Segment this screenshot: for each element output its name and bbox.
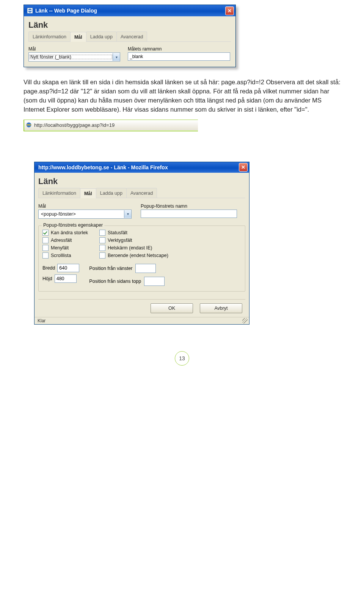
checkbox-row[interactable]: Scrolllista [42,252,88,259]
group-title: Popup-fönstrets egenskaper [42,222,104,228]
dialog-heading: Länk [38,177,245,186]
checkbox-row[interactable]: Beroende (endest Netscape) [99,252,168,259]
target-select[interactable]: Nytt fönster (_blank) ▾ [28,52,120,62]
checkbox-label: Beroende (endest Netscape) [108,253,168,258]
tab-advanced[interactable]: Avancerad [116,32,147,41]
checkbox[interactable] [42,252,49,259]
status-text: Klar [38,318,46,323]
height-label: Höjd [42,276,52,281]
popup-name-label: Popup-fönstrets namn [141,203,237,209]
tab-target[interactable]: Mål [80,188,96,198]
pos-left-label: Position från vänster [89,266,132,271]
tab-linkinfo[interactable]: Länkinformation [28,32,71,41]
cancel-button[interactable]: Avbryt [200,303,242,313]
pos-left-input[interactable] [135,264,156,273]
popup-name-input[interactable] [141,210,237,218]
popup-properties-group: Popup-fönstrets egenskaper Kan ändra sto… [38,226,245,292]
tabs: Länkinformation Mål Ladda upp Avancerad [38,188,245,198]
checkbox-label: Adressfält [51,238,72,243]
link-dialog-ie: Länk -- Web Page Dialog ✕ Länk Länkinfor… [24,5,236,67]
tab-upload[interactable]: Ladda upp [86,32,117,41]
checkbox[interactable] [99,230,105,236]
checkbox[interactable] [99,237,105,243]
checkbox-label: Verktygsfält [108,238,132,243]
checkbox-row[interactable]: Verktygsfält [99,237,168,243]
height-input[interactable] [55,274,77,283]
link-dialog-firefox: http://www.loddbybetong.se - Länk - Mozi… [34,162,249,325]
target-label: Mål [28,46,120,52]
page-number: 13 [175,351,189,366]
ie-page-icon [27,8,33,14]
browser-statusbar: http://localhost/bygg/page.asp?id=19 [24,120,198,131]
instruction-paragraph: Vill du skapa en länk till en sida i din… [24,78,340,114]
window-title: Länk -- Web Page Dialog [35,8,225,14]
target-frame-input[interactable] [128,52,230,61]
target-frame-label: Målets ramnamn [128,46,230,52]
tab-advanced[interactable]: Avancerad [126,188,157,198]
width-input[interactable] [57,264,79,272]
ie-icon [26,122,32,128]
button-bar: OK Avbryt [38,299,245,317]
tab-target[interactable]: Mål [70,32,86,42]
ok-button[interactable]: OK [151,303,193,313]
checkbox[interactable] [42,237,49,243]
target-label: Mål [38,203,132,209]
checkbox-row[interactable]: Helskärm (endast IE) [99,245,168,251]
checkbox-label: Helskärm (endast IE) [108,245,152,251]
titlebar[interactable]: Länk -- Web Page Dialog ✕ [24,5,235,16]
close-button[interactable]: ✕ [225,6,234,15]
checkbox[interactable] [99,252,105,259]
checkbox[interactable] [42,230,49,236]
dialog-heading: Länk [28,20,231,30]
target-select[interactable]: <popup-fönster> ▾ [38,210,132,219]
target-select-value: Nytt fönster (_blank) [29,54,113,60]
checkbox-label: Kan ändra storlek [51,230,88,235]
chevron-down-icon: ▾ [124,210,131,218]
checkbox-label: Scrolllista [51,253,71,258]
pos-top-label: Position från sidans topp [89,279,141,284]
window-title: http://www.loddbybetong.se - Länk - Mozi… [36,164,239,170]
tab-linkinfo[interactable]: Länkinformation [38,188,80,198]
dialog-statusbar: Klar [35,317,249,324]
close-icon: ✕ [241,164,245,170]
checkbox-label: Statusfält [108,230,127,235]
pos-top-input[interactable] [144,277,165,286]
checkbox[interactable] [99,245,105,251]
checkbox-row[interactable]: Menyfält [42,245,88,251]
resize-grip-icon[interactable] [242,318,248,323]
width-label: Bredd [42,265,55,271]
target-select-value: <popup-fönster> [39,211,124,217]
chevron-down-icon: ▾ [113,53,120,61]
tabs: Länkinformation Mål Ladda upp Avancerad [28,32,231,42]
close-button[interactable]: ✕ [239,163,248,172]
checkbox-row[interactable]: Statusfält [99,230,168,236]
titlebar[interactable]: http://www.loddbybetong.se - Länk - Mozi… [35,162,249,173]
close-icon: ✕ [228,8,232,14]
checkbox-row[interactable]: Kan ändra storlek [42,230,88,236]
checkbox-label: Menyfält [51,245,69,251]
checkbox[interactable] [42,245,49,251]
statusbar-url: http://localhost/bygg/page.asp?id=19 [34,122,115,128]
tab-upload[interactable]: Ladda upp [96,188,127,198]
checkbox-row[interactable]: Adressfält [42,237,88,243]
